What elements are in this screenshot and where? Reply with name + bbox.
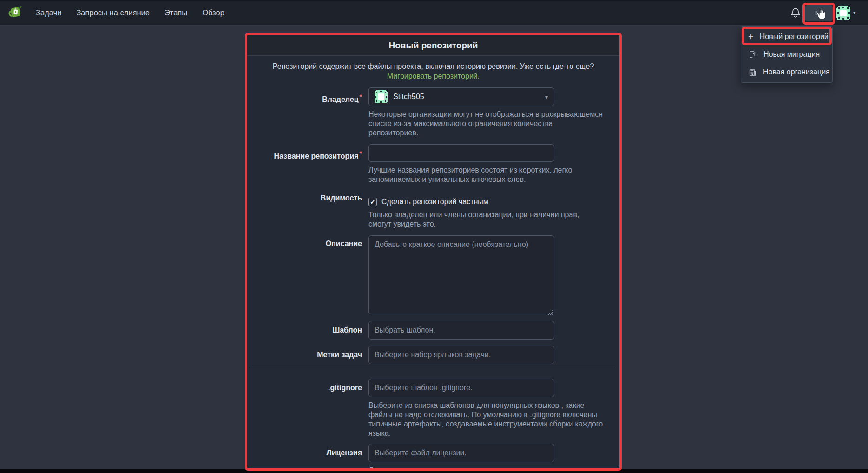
gitignore-input[interactable]: [368, 379, 554, 397]
template-label: Шаблон: [247, 321, 368, 340]
description-row: Описание: [247, 234, 619, 316]
gitignore-row: .gitignore Выберите из списка шаблонов д…: [247, 379, 619, 438]
visibility-row: Видимость ✓ Сделать репозиторий частным …: [247, 193, 619, 229]
notifications-bell-icon[interactable]: [790, 7, 801, 19]
required-asterisk: *: [360, 150, 362, 157]
nav-item-issues[interactable]: Задачи: [36, 8, 61, 17]
user-avatar[interactable]: [836, 6, 850, 20]
repo-name-input[interactable]: [368, 144, 554, 162]
required-asterisk: *: [360, 93, 362, 100]
create-new-button[interactable]: + ▾: [805, 5, 833, 21]
repo-name-label: Название репозитория*: [247, 144, 368, 166]
license-help-text: Лицензия определяет, что другие люди мог…: [368, 466, 603, 471]
gitea-logo-icon[interactable]: [7, 4, 24, 21]
page-title: Новый репозиторий: [389, 40, 478, 51]
organization-icon: [748, 68, 757, 77]
plus-icon: +: [814, 8, 819, 18]
gitignore-help-text: Выберите из списка шаблонов для популярн…: [368, 401, 603, 438]
checkmark-icon: ✓: [370, 199, 375, 205]
migrate-repository-link[interactable]: Мигрировать репозиторий.: [387, 72, 480, 80]
repo-name-help-text: Лучшие названия репозиториев состоят из …: [368, 166, 603, 184]
nav-item-explore[interactable]: Обзор: [202, 8, 224, 17]
template-input[interactable]: [368, 321, 554, 340]
top-navbar: Задачи Запросы на слияние Этапы Обзор + …: [0, 0, 868, 26]
new-repository-form: Новый репозиторий Репозиторий содержит в…: [245, 33, 622, 471]
gitignore-label: .gitignore: [247, 379, 368, 397]
owner-select[interactable]: Stitch505 ▾: [368, 87, 554, 106]
template-row: Шаблон: [247, 321, 619, 340]
owner-label: Владелец*: [247, 87, 368, 109]
owner-avatar: [375, 90, 388, 103]
private-checkbox[interactable]: ✓: [368, 198, 377, 206]
user-menu-caret-icon[interactable]: ▾: [853, 10, 856, 16]
visibility-label: Видимость: [247, 193, 368, 203]
visibility-help-text: Только владелец или члены организации, п…: [368, 210, 603, 229]
issue-labels-input[interactable]: [368, 346, 554, 364]
private-checkbox-label[interactable]: Сделать репозиторий частным: [381, 198, 488, 206]
license-row: Лицензия Лицензия определяет, что другие…: [247, 444, 619, 471]
description-label: Описание: [247, 234, 368, 248]
intro-static-text: Репозиторий содержит все файлы проекта, …: [273, 62, 594, 70]
form-intro-text: Репозиторий содержит все файлы проекта, …: [266, 61, 601, 81]
form-header: Новый репозиторий: [247, 35, 619, 56]
menu-item-new-repository[interactable]: + Новый репозиторий: [741, 28, 832, 46]
nav-item-milestones[interactable]: Этапы: [164, 8, 187, 17]
primary-nav: Задачи Запросы на слияние Этапы Обзор: [36, 8, 224, 17]
menu-item-label: Новая миграция: [763, 50, 820, 59]
owner-help-text: Некоторые организации могут не отображат…: [368, 110, 603, 138]
owner-row: Владелец*: [247, 87, 619, 138]
plus-icon: +: [748, 32, 754, 42]
issue-labels-row: Метки задач: [247, 346, 619, 364]
owner-value: Stitch505: [393, 93, 424, 101]
menu-item-label: Новый репозиторий: [760, 33, 829, 41]
menu-item-label: Новая организация: [763, 68, 830, 76]
license-label: Лицензия: [247, 444, 368, 462]
menu-item-new-migration[interactable]: Новая миграция: [741, 46, 832, 63]
nav-item-pull-requests[interactable]: Запросы на слияние: [76, 8, 150, 17]
chevron-down-icon: ▾: [545, 94, 548, 100]
create-new-dropdown-menu: + Новый репозиторий Новая миграция Новая…: [741, 26, 833, 83]
description-textarea[interactable]: [368, 235, 554, 314]
issue-labels-label: Метки задач: [247, 346, 368, 364]
chevron-down-icon: ▾: [822, 10, 824, 16]
migrate-icon: [748, 50, 757, 59]
menu-item-new-organization[interactable]: Новая организация: [741, 63, 832, 81]
repo-name-row: Название репозитория* Лучшие названия ре…: [247, 144, 619, 184]
license-help-static: Лицензия определяет, что другие люди мог…: [368, 466, 598, 471]
section-divider: [250, 368, 617, 368]
license-input[interactable]: [368, 444, 554, 462]
